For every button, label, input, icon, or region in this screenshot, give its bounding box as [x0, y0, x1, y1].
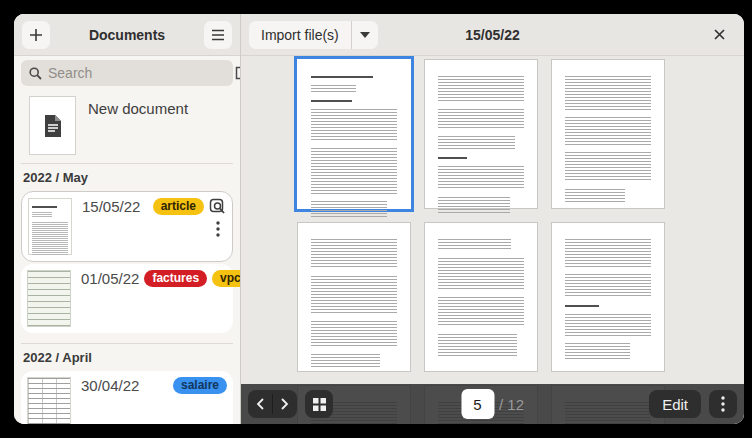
- page-nav-group: [248, 390, 297, 418]
- previous-page-button[interactable]: [248, 390, 272, 418]
- sidebar-headerbar: Documents: [14, 14, 240, 56]
- new-document-label: New document: [88, 100, 188, 117]
- search-bar[interactable]: [21, 60, 233, 86]
- hamburger-icon: [211, 29, 225, 41]
- ellipsis-vertical-icon: [721, 396, 725, 412]
- bottom-toolbar: / 12 Edit: [241, 384, 744, 424]
- import-options-button[interactable]: [352, 21, 378, 49]
- document-thumbnail: [27, 377, 71, 424]
- main-pane: Import file(s) 15/05/22: [241, 14, 744, 424]
- page-total-label: / 12: [499, 396, 524, 413]
- edit-tags-button[interactable]: [235, 66, 240, 80]
- next-page-button[interactable]: [273, 390, 297, 418]
- divider: [21, 163, 233, 164]
- page-thumbnail-6[interactable]: [551, 222, 665, 372]
- kebab-menu-icon: [216, 221, 220, 237]
- document-thumbnail: [27, 270, 71, 327]
- section-label-may: 2022 / May: [23, 170, 233, 185]
- tag-article[interactable]: article: [153, 198, 204, 215]
- chevron-left-icon: [256, 398, 264, 410]
- main-menu-button[interactable]: [204, 21, 232, 49]
- page-thumbnail-2[interactable]: [424, 59, 538, 209]
- page-thumbnail-5[interactable]: [424, 222, 538, 372]
- new-document-button[interactable]: [22, 21, 50, 49]
- document-preview-icon: [209, 198, 226, 215]
- close-document-button[interactable]: [706, 14, 732, 55]
- grid-view-button[interactable]: [305, 390, 333, 418]
- edit-button[interactable]: Edit: [649, 390, 701, 418]
- compose-icon: [235, 66, 240, 80]
- chevron-down-icon: [360, 32, 370, 38]
- section-label-april: 2022 / April: [23, 350, 233, 365]
- page-thumbnail-1[interactable]: [297, 59, 411, 209]
- import-split-button: Import file(s): [249, 21, 378, 49]
- preview-document-button[interactable]: [209, 198, 226, 215]
- toolbar-menu-button[interactable]: [709, 390, 737, 418]
- search-input[interactable]: [48, 65, 229, 81]
- chevron-right-icon: [281, 398, 289, 410]
- document-menu-button[interactable]: [216, 221, 220, 237]
- page-thumbnail-3[interactable]: [551, 59, 665, 209]
- pages-view: / 12 Edit: [241, 56, 744, 424]
- new-document-item[interactable]: New document: [29, 96, 233, 155]
- document-card[interactable]: 15/05/22 article: [21, 191, 233, 262]
- tag-salaire[interactable]: salaire: [173, 377, 227, 394]
- main-headerbar: Import file(s) 15/05/22: [241, 14, 744, 56]
- divider: [21, 343, 233, 344]
- tag-vpc[interactable]: vpc: [212, 270, 240, 287]
- page-indicator: / 12: [461, 389, 524, 419]
- close-icon: [714, 29, 725, 40]
- document-icon: [43, 114, 63, 138]
- search-icon: [29, 67, 42, 80]
- sidebar-content: New document 2022 / May 15/05/22 article: [14, 56, 240, 424]
- tag-factures[interactable]: factures: [144, 270, 207, 287]
- document-date: 15/05/22: [82, 198, 140, 215]
- page-thumbnail-4[interactable]: [297, 222, 411, 372]
- page-number-input[interactable]: [461, 389, 494, 419]
- document-thumbnail: [28, 198, 72, 255]
- document-card[interactable]: 30/04/22 salaire: [21, 371, 233, 424]
- document-date: 01/05/22: [81, 270, 139, 287]
- sidebar: Documents: [14, 14, 241, 424]
- pages-grid: [297, 59, 665, 424]
- document-card[interactable]: 01/05/22 factures vpc: [21, 264, 233, 333]
- grid-icon: [313, 398, 326, 411]
- plus-icon: [29, 28, 43, 42]
- app-window: Documents: [14, 14, 744, 424]
- new-document-thumbnail: [29, 96, 76, 155]
- import-files-button[interactable]: Import file(s): [249, 21, 351, 49]
- document-date: 30/04/22: [81, 377, 139, 394]
